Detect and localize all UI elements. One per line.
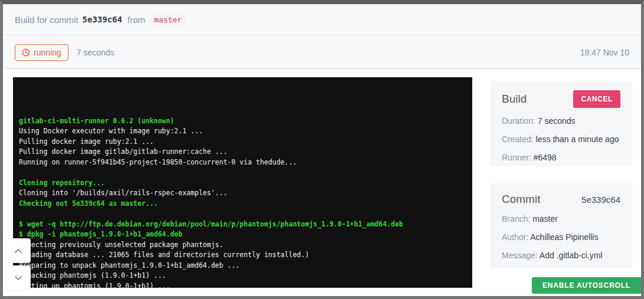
scroll-to-top-button[interactable] <box>6 238 31 263</box>
enable-autoscroll-button[interactable]: ENABLE AUTOSCROLL <box>532 277 641 294</box>
log-line: Pulling docker image gitlab/gitlab-runne… <box>19 147 466 157</box>
log-line: (Reading database ... 21065 files and di… <box>19 250 466 261</box>
log-line: gitlab-ci-multi-runner 0.6.2 (unknown) <box>19 116 466 127</box>
log-line: Unpacking phantomjs (1.9.0-1+b1) ... <box>19 271 466 281</box>
log-line: Cloning repository... <box>19 178 466 189</box>
commit-sha-link[interactable]: 5e339c64 <box>581 195 620 205</box>
log-line: $ dpkg -i phantomjs_1.9.0-1+b1_amd64.deb <box>19 229 466 240</box>
commit-author-row: Author: Achilleas Pipinellis <box>502 232 620 243</box>
build-page: Build for commit 5e339c64 from master ru… <box>3 4 641 296</box>
log-line: Preparing to unpack phantomjs_1.9.0-1+b1… <box>19 261 466 271</box>
clock-icon <box>22 48 30 57</box>
scroll-to-bottom-button[interactable] <box>6 265 31 290</box>
log-line: Checking out 5e339c64 as master... <box>19 199 466 209</box>
build-log-terminal[interactable]: gitlab-ci-multi-runner 0.6.2 (unknown)Us… <box>13 77 472 288</box>
build-panel: Build CANCEL Duration: 7 seconds Created… <box>490 81 632 166</box>
build-created-row: Created: less than a minute ago <box>502 134 620 145</box>
commit-message-row: Message: Add .gitlab-ci.yml <box>502 250 620 261</box>
commit-panel-title: Commit <box>502 193 540 206</box>
header-branch-link[interactable]: master <box>151 14 185 25</box>
log-line <box>19 167 466 178</box>
build-title-from: from <box>128 15 145 25</box>
build-page-window: Build for commit 5e339c64 from master ru… <box>0 0 644 299</box>
commit-panel: Commit 5e339c64 Branch: master Author: A… <box>490 183 632 268</box>
build-runner-row: Runner: #6498 <box>502 152 620 163</box>
log-line: Setting up phantomjs (1.9.0-1+b1) ... <box>19 281 466 288</box>
log-line: Using Docker executor with image ruby:2.… <box>19 126 466 137</box>
log-line: Pulling docker image ruby:2.1 ... <box>19 137 466 147</box>
log-line <box>19 209 466 219</box>
log-line: $ wget -q http://ftp.de.debian.org/debia… <box>19 219 466 230</box>
log-line: Selecting previously unselected package … <box>19 240 466 251</box>
header-commit-sha-link[interactable]: 5e339c64 <box>83 15 122 24</box>
build-title-prefix: Build for commit <box>15 15 79 25</box>
build-duration-row: Duration: 7 seconds <box>502 116 620 127</box>
status-badge: running <box>15 44 68 61</box>
status-timestamp: 18:47 Nov 10 <box>580 48 629 57</box>
log-line: Cloning into '/builds/axil/rails-rspec-e… <box>19 188 466 199</box>
build-panel-title: Build <box>502 93 527 106</box>
status-duration: 7 seconds <box>77 48 115 57</box>
status-label: running <box>34 48 61 57</box>
chevron-up-icon <box>14 245 22 256</box>
build-header: Build for commit 5e339c64 from master <box>3 4 641 35</box>
log-line: Running on runner-5f941b45-project-19850… <box>19 157 466 168</box>
status-bar: running 7 seconds 18:47 Nov 10 <box>3 36 641 69</box>
commit-branch-row: Branch: master <box>502 213 620 225</box>
cancel-build-button[interactable]: CANCEL <box>573 90 620 108</box>
chevron-down-icon <box>14 272 22 283</box>
